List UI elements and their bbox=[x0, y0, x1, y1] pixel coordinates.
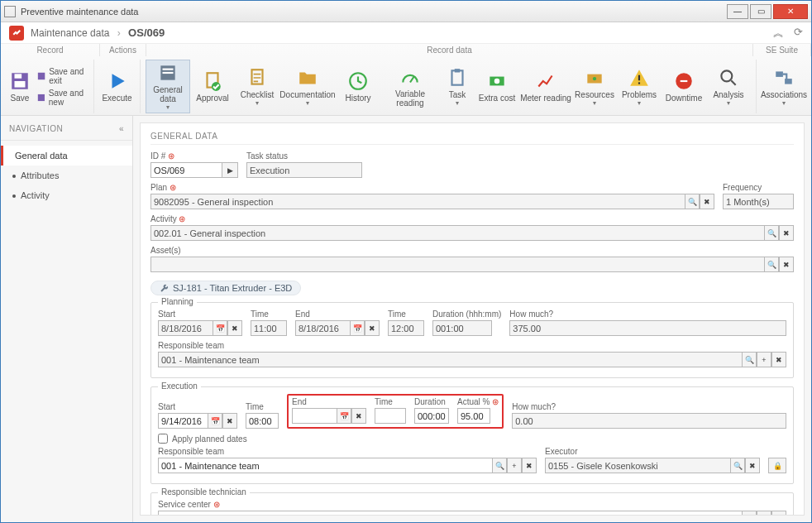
clear-icon[interactable]: ✖ bbox=[351, 408, 366, 424]
plan-team-label: Responsible team bbox=[158, 341, 786, 350]
wrench-icon bbox=[160, 284, 169, 293]
service-center-input[interactable] bbox=[158, 511, 742, 516]
associations-tab[interactable]: Associations▾ bbox=[762, 60, 806, 113]
apply-planned-checkbox[interactable]: Apply planned dates bbox=[158, 434, 786, 444]
id-next-button[interactable]: ▶ bbox=[222, 162, 238, 178]
nav-item-activity[interactable]: Activity bbox=[1, 185, 132, 205]
execute-button[interactable]: Execute bbox=[99, 60, 135, 113]
assets-search-button[interactable]: 🔍 bbox=[764, 257, 779, 272]
exec-duration[interactable] bbox=[414, 408, 449, 424]
executor-label: Executor bbox=[545, 447, 760, 456]
team-add-button[interactable]: + bbox=[757, 352, 771, 367]
exec-end-date[interactable] bbox=[292, 408, 337, 424]
plan-label: Plan ⊛ bbox=[150, 183, 714, 192]
checklist-tab[interactable]: Checklist▾ bbox=[235, 60, 279, 113]
plan-start-date[interactable] bbox=[158, 320, 213, 336]
frequency-input bbox=[723, 194, 794, 209]
plan-end-time[interactable] bbox=[388, 320, 424, 336]
exec-start-time[interactable] bbox=[246, 413, 279, 429]
nav-item-general-data[interactable]: General data bbox=[1, 146, 132, 166]
extra-cost-tab[interactable]: Extra cost bbox=[475, 60, 519, 113]
save-and-new-button[interactable]: Save and new bbox=[34, 87, 88, 108]
plan-howmuch-label: How much? bbox=[509, 309, 786, 319]
money-icon bbox=[486, 70, 508, 92]
assets-clear-button[interactable]: ✖ bbox=[779, 257, 794, 272]
refresh-icon[interactable]: ⟳ bbox=[794, 26, 803, 41]
breadcrumb-root[interactable]: Maintenance data bbox=[31, 27, 109, 39]
team-clear-button[interactable]: ✖ bbox=[522, 458, 537, 473]
calendar-icon[interactable]: 📅 bbox=[213, 320, 227, 336]
plan-clear-button[interactable]: ✖ bbox=[700, 194, 714, 209]
stop-icon bbox=[673, 70, 695, 92]
documentation-tab[interactable]: Documentation▾ bbox=[279, 60, 336, 113]
calendar-icon[interactable]: 📅 bbox=[350, 320, 365, 336]
executor-clear-button[interactable]: ✖ bbox=[745, 458, 760, 473]
calendar-icon[interactable]: 📅 bbox=[208, 413, 222, 429]
asset-tag[interactable]: SJ-181 - Titan Extruder - E3D bbox=[150, 281, 301, 295]
svg-point-22 bbox=[721, 70, 732, 81]
history-tab[interactable]: History bbox=[336, 60, 380, 113]
sc-search-button[interactable]: 🔍 bbox=[742, 511, 757, 516]
exec-actual-pct[interactable] bbox=[457, 408, 490, 424]
sc-clear-button[interactable]: ✖ bbox=[771, 511, 786, 516]
clear-icon[interactable]: ✖ bbox=[222, 413, 237, 429]
analysis-tab[interactable]: Analysis▾ bbox=[706, 60, 751, 113]
exec-start-time-label: Time bbox=[246, 402, 279, 411]
plan-start-time[interactable] bbox=[251, 320, 287, 336]
window-title: Preventive maintenance data bbox=[21, 7, 727, 17]
close-button[interactable]: ✕ bbox=[773, 4, 808, 19]
problems-tab[interactable]: Problems▾ bbox=[617, 60, 662, 113]
plan-start-label: Start bbox=[158, 309, 242, 319]
task-tab[interactable]: Task▾ bbox=[440, 60, 475, 113]
team-add-button[interactable]: + bbox=[507, 458, 522, 473]
general-data-tab[interactable]: General data▾ bbox=[146, 60, 190, 113]
executor-lock-button[interactable]: 🔒 bbox=[768, 458, 786, 473]
plan-start-time-label: Time bbox=[251, 309, 287, 319]
svg-point-15 bbox=[494, 79, 500, 84]
breadcrumb: Maintenance data › OS/069 bbox=[31, 26, 165, 39]
maximize-button[interactable]: ▭ bbox=[750, 4, 771, 19]
task-status-input bbox=[246, 162, 362, 178]
collapse-nav-icon[interactable]: « bbox=[119, 124, 124, 133]
calendar-icon[interactable]: 📅 bbox=[337, 408, 351, 424]
ribbon-group-record-data: Record data bbox=[146, 44, 753, 56]
exec-team-input[interactable] bbox=[158, 458, 492, 473]
executor-search-button[interactable]: 🔍 bbox=[730, 458, 745, 473]
assets-input bbox=[150, 257, 764, 272]
plan-duration[interactable] bbox=[432, 320, 492, 336]
id-label: ID # ⊛ bbox=[150, 151, 238, 161]
team-clear-button[interactable]: ✖ bbox=[771, 352, 786, 367]
collapse-icon[interactable]: ︽ bbox=[773, 26, 784, 41]
sc-add-button[interactable]: + bbox=[757, 511, 771, 516]
minimize-button[interactable]: — bbox=[727, 4, 748, 19]
clear-icon[interactable]: ✖ bbox=[227, 320, 242, 336]
chevron-right-icon: › bbox=[117, 27, 121, 39]
activity-search-button[interactable]: 🔍 bbox=[764, 225, 779, 241]
plan-end-date[interactable] bbox=[295, 320, 350, 336]
save-new-icon bbox=[37, 92, 45, 103]
svg-rect-2 bbox=[15, 81, 26, 88]
team-search-button[interactable]: 🔍 bbox=[492, 458, 507, 473]
ribbon-group-actions: Actions bbox=[100, 44, 146, 56]
approval-tab[interactable]: Approval bbox=[190, 60, 235, 113]
exec-start-date[interactable] bbox=[158, 413, 208, 429]
activity-clear-button[interactable]: ✖ bbox=[779, 225, 794, 241]
save-and-exit-button[interactable]: Save and exit bbox=[34, 65, 88, 87]
exec-end-time[interactable] bbox=[375, 408, 406, 424]
associations-icon bbox=[773, 67, 795, 89]
team-search-button[interactable]: 🔍 bbox=[742, 352, 757, 367]
plan-team-input bbox=[158, 352, 742, 367]
plan-search-button[interactable]: 🔍 bbox=[685, 194, 700, 209]
magnifier-icon bbox=[718, 67, 739, 89]
resources-tab[interactable]: Resources▾ bbox=[572, 60, 617, 113]
clear-icon[interactable]: ✖ bbox=[365, 320, 380, 336]
folder-icon bbox=[297, 67, 318, 89]
svg-rect-4 bbox=[38, 94, 45, 100]
exec-end-label: End bbox=[292, 397, 366, 406]
meter-reading-tab[interactable]: Meter reading bbox=[519, 60, 572, 113]
id-input[interactable] bbox=[150, 162, 222, 178]
nav-item-attributes[interactable]: Attributes bbox=[1, 166, 132, 185]
variable-reading-tab[interactable]: Variable reading bbox=[380, 60, 440, 113]
save-button[interactable]: Save bbox=[9, 69, 31, 104]
downtime-tab[interactable]: Downtime bbox=[662, 60, 706, 113]
